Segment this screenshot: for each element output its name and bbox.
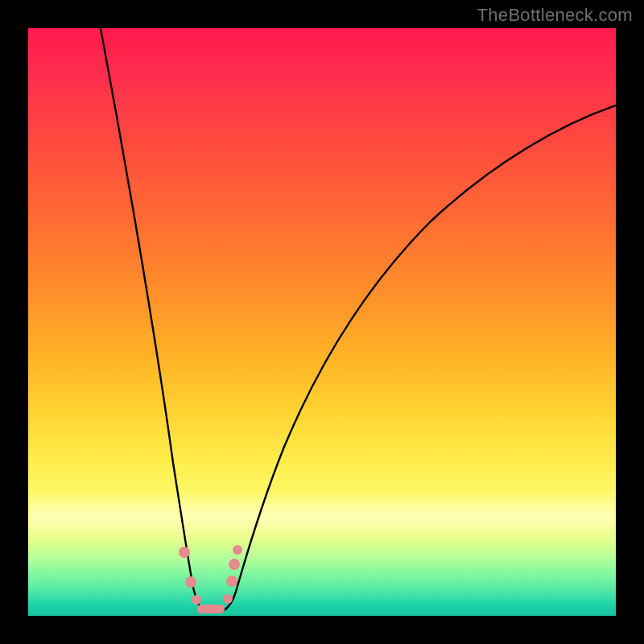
curve-svg [28,28,616,616]
svg-point-0 [179,547,190,558]
svg-point-2 [192,595,201,605]
plot-area [28,28,616,616]
chart-stage: TheBottleneck.com [0,0,644,644]
watermark-text: TheBottleneck.com [477,5,633,26]
svg-point-6 [229,559,240,570]
bottleneck-curve [99,28,616,613]
marker-dots [179,545,242,613]
svg-point-1 [185,576,196,588]
svg-point-7 [233,545,242,555]
svg-rect-3 [197,605,225,613]
svg-point-4 [223,594,233,604]
svg-point-5 [226,576,237,587]
